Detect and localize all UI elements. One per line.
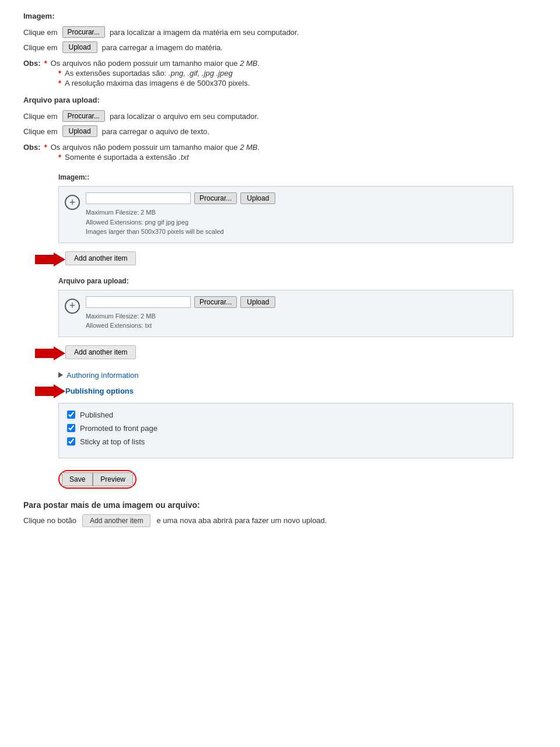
imagem-title: Imagem:	[23, 12, 54, 20]
add-another-row-2: Add another item	[35, 342, 537, 365]
upload-inner-1: Procurar... Upload Maximum Filesize: 2 M…	[86, 192, 505, 237]
obs2-star-2: *	[58, 153, 61, 162]
upload-section-2: Arquivo para upload: + Procurar... Uploa…	[23, 277, 537, 337]
arquivo-title: Arquivo para upload:	[23, 96, 100, 104]
obs-star-2: *	[58, 69, 61, 78]
clique-browse-suffix: para localizar a imagem da matéria em se…	[110, 28, 299, 37]
published-checkbox[interactable]	[67, 411, 75, 419]
add-another-btn-1[interactable]: Add another item	[65, 251, 136, 265]
procurar-button-1[interactable]: Procurar...	[62, 26, 105, 38]
image-file-input-1[interactable]	[86, 192, 191, 204]
sticky-checkbox[interactable]	[67, 437, 75, 446]
authoring-link[interactable]: Authoring information	[66, 371, 139, 380]
obs2-text-2: Somente é suportada a extensão .txt	[65, 153, 188, 162]
svg-marker-0	[35, 252, 65, 266]
procurar-button-2[interactable]: Procurar...	[62, 110, 105, 122]
upload-info-2: Maximum Filesize: 2 MB Allowed Extension…	[86, 311, 505, 331]
file-input-2[interactable]	[86, 296, 191, 308]
clique-upload-text: Clique em	[23, 43, 58, 52]
clique-upload-suffix-2: para carregar o aquivo de texto.	[102, 127, 209, 136]
sticky-label: Sticky at top of lists	[80, 437, 145, 446]
save-preview-oval: Save Preview	[58, 470, 136, 489]
red-arrow-3	[35, 383, 65, 399]
clique-browse-suffix-2: para localizar o arquivo em seu computad…	[110, 112, 259, 121]
promoted-label: Promoted to front page	[80, 424, 158, 433]
upload-section-1: Imagem:: + Procurar... Upload Maximum Fi…	[23, 173, 537, 243]
red-arrow-2	[35, 345, 65, 362]
clique-browse-text: Clique em	[23, 28, 58, 37]
upload-info-line-1: Maximum Filesize: 2 MB	[86, 208, 505, 218]
sticky-row: Sticky at top of lists	[67, 437, 505, 446]
authoring-section: Authoring information	[58, 371, 537, 380]
bottom-section: Para postar mais de uma imagem ou arquiv…	[23, 500, 537, 527]
promoted-row: Promoted to front page	[67, 424, 505, 433]
promoted-checkbox[interactable]	[67, 424, 75, 432]
obs-text-1: Os arquivos não podem possuir um tamanho…	[51, 59, 260, 68]
authoring-triangle-icon	[58, 372, 63, 378]
published-row: Published	[67, 411, 505, 419]
upload-inner-2: Procurar... Upload Maximum Filesize: 2 M…	[86, 296, 505, 331]
upload-button-1[interactable]: Upload	[62, 41, 97, 53]
add-another-btn-2[interactable]: Add another item	[65, 345, 136, 359]
clique-browse-text-2: Clique em	[23, 112, 58, 121]
save-button[interactable]: Save	[62, 472, 93, 486]
procurar-btn-box2[interactable]: Procurar...	[194, 296, 237, 308]
svg-marker-1	[35, 346, 65, 360]
upload-info-1: Maximum Filesize: 2 MB Allowed Extension…	[86, 208, 505, 237]
plus-circle-1: +	[65, 195, 80, 210]
upload-box1-label: Imagem::	[58, 173, 537, 181]
upload-btn-box1[interactable]: Upload	[240, 192, 275, 204]
save-preview-section: Save Preview	[58, 470, 537, 489]
add-another-row-1: Add another item	[35, 248, 537, 271]
obs2-text-1: Os arquivos não podem possuir um tamanho…	[51, 143, 260, 152]
obs2-star-1: *	[44, 143, 47, 152]
publishing-link[interactable]: Publishing options	[65, 387, 134, 395]
obs-text-2: As extensões suportadas são: .png, .gif,…	[65, 69, 233, 78]
upload-info2-line-1: Maximum Filesize: 2 MB	[86, 311, 505, 321]
clique-upload-text-2: Clique em	[23, 127, 58, 136]
intro-section: Imagem: Clique em Procurar... para local…	[23, 12, 537, 162]
upload-info2-line-2: Allowed Extensions: txt	[86, 321, 505, 331]
red-arrow-1	[35, 251, 65, 268]
publishing-box: Published Promoted to front page Sticky …	[58, 403, 513, 458]
bottom-prefix: Clique no botão	[23, 516, 76, 525]
plus-circle-2: +	[65, 299, 80, 314]
upload-box2-label: Arquivo para upload:	[58, 277, 537, 285]
obs-text-3: A resolução máxima das imagens é de 500x…	[65, 79, 250, 87]
add-another-inline-btn: Add another item	[82, 514, 150, 527]
obs-star-3: *	[58, 79, 61, 87]
upload-info-line-2: Allowed Extensions: png gif jpg jpeg	[86, 218, 505, 227]
obs-title-1: Obs:	[23, 59, 41, 68]
bottom-title: Para postar mais de uma imagem ou arquiv…	[23, 500, 537, 510]
clique-upload-suffix: para carregar a imagem do matéria.	[102, 43, 223, 52]
upload-info-line-3: Images larger than 500x370 pixels will b…	[86, 227, 505, 237]
upload-button-2[interactable]: Upload	[62, 125, 97, 137]
procurar-btn-box1[interactable]: Procurar...	[194, 192, 237, 204]
preview-button[interactable]: Preview	[93, 472, 133, 486]
published-label: Published	[80, 411, 113, 419]
upload-btn-box2[interactable]: Upload	[240, 296, 275, 308]
obs-star-1: *	[44, 59, 47, 68]
bottom-suffix: e uma nova aba abrirá para fazer um novo…	[156, 516, 327, 525]
svg-marker-2	[35, 384, 65, 398]
obs-title-2: Obs:	[23, 143, 41, 152]
publishing-arrow-row: Publishing options	[35, 383, 537, 399]
